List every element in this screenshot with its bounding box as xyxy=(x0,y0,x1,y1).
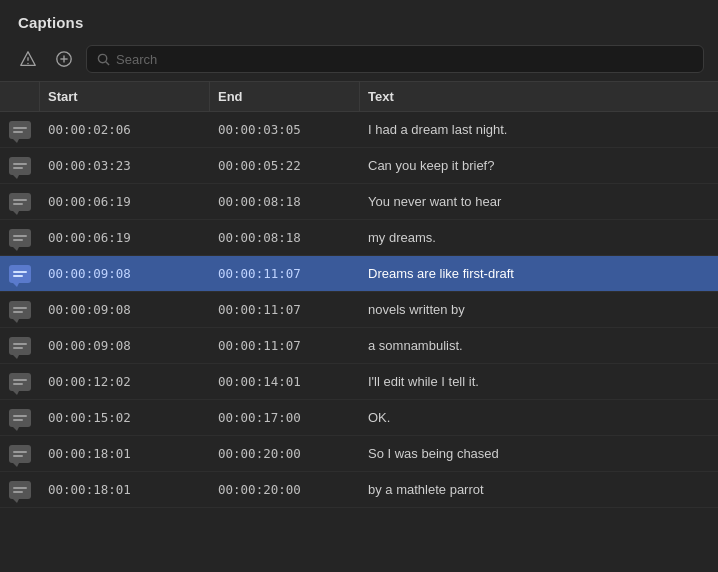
row-start-time: 00:00:09:08 xyxy=(40,296,210,323)
table-row[interactable]: 00:00:02:0600:00:03:05I had a dream last… xyxy=(0,112,718,148)
row-caption-text: by a mathlete parrot xyxy=(360,476,718,503)
row-icon-cell xyxy=(0,297,40,323)
header-end: End xyxy=(210,82,360,111)
toolbar xyxy=(0,39,718,81)
row-caption-text: novels written by xyxy=(360,296,718,323)
caption-icon xyxy=(9,301,31,319)
table-row[interactable]: 00:00:18:0100:00:20:00by a mathlete parr… xyxy=(0,472,718,508)
svg-point-5 xyxy=(98,54,106,62)
caption-icon xyxy=(9,481,31,499)
row-end-time: 00:00:11:07 xyxy=(210,332,360,359)
row-caption-text: OK. xyxy=(360,404,718,431)
row-start-time: 00:00:09:08 xyxy=(40,260,210,287)
table-row[interactable]: 00:00:06:1900:00:08:18You never want to … xyxy=(0,184,718,220)
row-icon-cell xyxy=(0,369,40,395)
row-start-time: 00:00:18:01 xyxy=(40,440,210,467)
row-caption-text: a somnambulist. xyxy=(360,332,718,359)
caption-icon xyxy=(9,193,31,211)
row-end-time: 00:00:08:18 xyxy=(210,188,360,215)
add-icon xyxy=(55,50,73,68)
row-icon-cell xyxy=(0,405,40,431)
table-row[interactable]: 00:00:09:0800:00:11:07a somnambulist. xyxy=(0,328,718,364)
row-caption-text: my dreams. xyxy=(360,224,718,251)
table-row[interactable]: 00:00:15:0200:00:17:00OK. xyxy=(0,400,718,436)
row-start-time: 00:00:12:02 xyxy=(40,368,210,395)
header-text: Text xyxy=(360,82,718,111)
row-start-time: 00:00:06:19 xyxy=(40,188,210,215)
row-start-time: 00:00:09:08 xyxy=(40,332,210,359)
warning-button[interactable] xyxy=(14,45,42,73)
table-row[interactable]: 00:00:12:0200:00:14:01I'll edit while I … xyxy=(0,364,718,400)
caption-icon xyxy=(9,409,31,427)
caption-icon xyxy=(9,121,31,139)
row-icon-cell xyxy=(0,225,40,251)
svg-line-6 xyxy=(106,61,109,64)
row-icon-cell xyxy=(0,333,40,359)
row-start-time: 00:00:06:19 xyxy=(40,224,210,251)
row-icon-cell xyxy=(0,117,40,143)
row-caption-text: I'll edit while I tell it. xyxy=(360,368,718,395)
warning-icon xyxy=(19,50,37,68)
table-row[interactable]: 00:00:09:0800:00:11:07novels written by xyxy=(0,292,718,328)
row-end-time: 00:00:11:07 xyxy=(210,296,360,323)
row-icon-cell xyxy=(0,189,40,215)
table-row[interactable]: 00:00:03:2300:00:05:22Can you keep it br… xyxy=(0,148,718,184)
row-icon-cell xyxy=(0,261,40,287)
header-start: Start xyxy=(40,82,210,111)
row-caption-text: You never want to hear xyxy=(360,188,718,215)
caption-icon xyxy=(9,157,31,175)
row-start-time: 00:00:18:01 xyxy=(40,476,210,503)
caption-icon xyxy=(9,337,31,355)
row-start-time: 00:00:03:23 xyxy=(40,152,210,179)
row-end-time: 00:00:20:00 xyxy=(210,440,360,467)
search-input[interactable] xyxy=(116,52,693,67)
row-start-time: 00:00:02:06 xyxy=(40,116,210,143)
row-caption-text: So I was being chased xyxy=(360,440,718,467)
row-end-time: 00:00:14:01 xyxy=(210,368,360,395)
row-caption-text: Can you keep it brief? xyxy=(360,152,718,179)
row-end-time: 00:00:03:05 xyxy=(210,116,360,143)
row-end-time: 00:00:11:07 xyxy=(210,260,360,287)
svg-point-1 xyxy=(27,63,28,64)
row-icon-cell xyxy=(0,477,40,503)
table-row[interactable]: 00:00:18:0100:00:20:00So I was being cha… xyxy=(0,436,718,472)
captions-panel: Captions xyxy=(0,0,718,572)
header-icon xyxy=(0,82,40,111)
row-start-time: 00:00:15:02 xyxy=(40,404,210,431)
search-icon xyxy=(97,53,110,66)
search-container xyxy=(86,45,704,73)
table-row[interactable]: 00:00:09:0800:00:11:07Dreams are like fi… xyxy=(0,256,718,292)
caption-icon xyxy=(9,373,31,391)
panel-title: Captions xyxy=(0,0,718,39)
row-end-time: 00:00:05:22 xyxy=(210,152,360,179)
row-end-time: 00:00:08:18 xyxy=(210,224,360,251)
caption-icon xyxy=(9,229,31,247)
row-caption-text: I had a dream last night. xyxy=(360,116,718,143)
table-row[interactable]: 00:00:06:1900:00:08:18my dreams. xyxy=(0,220,718,256)
row-caption-text: Dreams are like first-draft xyxy=(360,260,718,287)
row-icon-cell xyxy=(0,441,40,467)
caption-icon xyxy=(9,445,31,463)
caption-icon xyxy=(9,265,31,283)
table-header: Start End Text xyxy=(0,81,718,112)
row-end-time: 00:00:17:00 xyxy=(210,404,360,431)
table-body: 00:00:02:0600:00:03:05I had a dream last… xyxy=(0,112,718,572)
row-end-time: 00:00:20:00 xyxy=(210,476,360,503)
row-icon-cell xyxy=(0,153,40,179)
add-button[interactable] xyxy=(50,45,78,73)
